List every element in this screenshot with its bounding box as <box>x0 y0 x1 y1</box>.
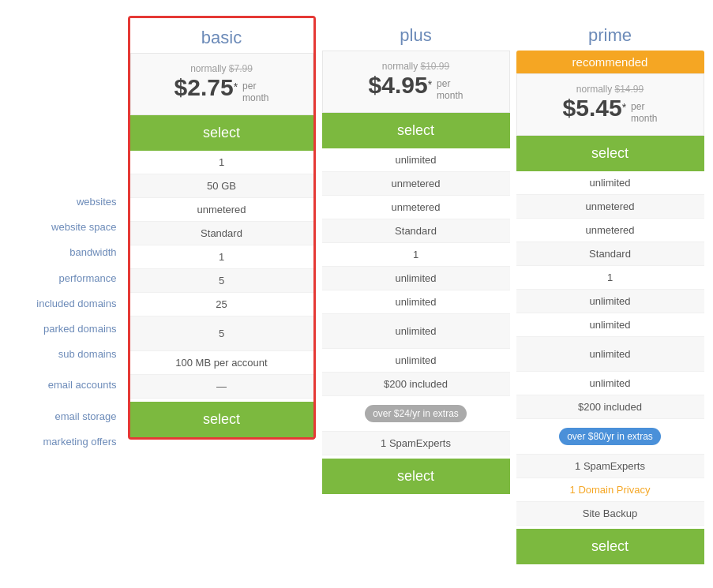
plus-websites: unlimited <box>322 148 510 172</box>
plus-parked-domains: unlimited <box>322 267 510 290</box>
label-websites: websites <box>6 189 117 215</box>
basic-price-box: normally $7.99 $2.75* permonth <box>130 53 313 115</box>
label-bandwidth: bandwidth <box>6 240 117 265</box>
prime-included-domains: 1 <box>516 266 704 290</box>
prime-site-backup: Site Backup <box>516 502 704 526</box>
prime-marketing-offers: $200 included <box>516 395 704 419</box>
label-sub-domains: sub domains <box>6 342 117 367</box>
prime-title: prime <box>516 16 704 51</box>
plus-extras-badge: over $24/yr in extras <box>365 405 467 422</box>
plus-bandwidth: unmetered <box>322 196 510 219</box>
basic-included-domains: 1 <box>130 245 313 269</box>
basic-email-accounts: 5 <box>130 316 313 351</box>
basic-email-storage: 100 MB per account <box>130 351 313 375</box>
plus-performance: Standard <box>322 219 510 243</box>
prime-websites: unlimited <box>516 171 704 195</box>
prime-email-storage: unlimited <box>516 372 704 395</box>
prime-asterisk: * <box>622 101 626 114</box>
prime-price-box: normally $14.99 $5.45* permonth <box>516 73 704 136</box>
plus-asterisk: * <box>428 78 432 91</box>
plus-per-month: permonth <box>437 78 463 103</box>
prime-recommended-badge: recommended <box>516 51 704 73</box>
prime-plan: prime recommended normally $14.99 $5.45*… <box>516 16 704 564</box>
plans-container: websites website space bandwidth perform… <box>8 16 705 564</box>
label-performance: performance <box>6 266 117 291</box>
label-parked-domains: parked domains <box>6 316 117 342</box>
plus-normally: normally $10.99 <box>329 61 503 72</box>
plus-spam-experts: 1 SpamExperts <box>322 432 510 455</box>
prime-parked-domains: unlimited <box>516 290 704 313</box>
basic-plan: basic normally $7.99 $2.75* permonth sel… <box>128 16 316 440</box>
prime-normally: normally $14.99 <box>523 84 697 95</box>
plus-title: plus <box>322 16 510 51</box>
prime-extras-badge: over $80/yr in extras <box>559 428 661 445</box>
label-included-domains: included domains <box>6 291 117 316</box>
prime-original-price: $14.99 <box>615 84 644 95</box>
prime-sub-domains: unlimited <box>516 313 704 337</box>
basic-title: basic <box>130 18 313 53</box>
basic-header: basic normally $7.99 $2.75* permonth sel… <box>130 18 313 151</box>
prime-select-bottom-button[interactable]: select <box>516 529 704 564</box>
basic-websites: 1 <box>130 151 313 174</box>
prime-domain-privacy: 1 Domain Privacy <box>516 478 704 502</box>
prime-per-month: permonth <box>631 101 657 125</box>
prime-price: $5.45 <box>563 95 622 121</box>
plus-email-accounts: unlimited <box>322 314 510 349</box>
prime-select-top-button[interactable]: select <box>516 136 704 171</box>
plus-website-space: unmetered <box>322 172 510 196</box>
prime-extras-badge-cell: over $80/yr in extras <box>516 419 704 455</box>
page-wrapper: websites website space bandwidth perform… <box>0 0 713 580</box>
prime-bandwidth: unmetered <box>516 219 704 242</box>
plus-price: $4.95 <box>369 72 428 98</box>
basic-parked-domains: 5 <box>130 269 313 293</box>
plus-sub-domains: unlimited <box>322 290 510 314</box>
plus-included-domains: 1 <box>322 243 510 267</box>
labels-column: websites website space bandwidth perform… <box>6 16 125 455</box>
prime-performance: Standard <box>516 242 704 266</box>
basic-select-bottom-button[interactable]: select <box>130 402 313 437</box>
basic-asterisk: * <box>234 81 238 93</box>
plus-marketing-offers: $200 included <box>322 373 510 396</box>
prime-spam-experts: 1 SpamExperts <box>516 455 704 478</box>
prime-price-line: $5.45* permonth <box>523 95 697 125</box>
basic-per-month: permonth <box>242 81 268 105</box>
plus-original-price: $10.99 <box>421 61 450 72</box>
plus-price-box: normally $10.99 $4.95* permonth <box>322 51 510 113</box>
basic-bandwidth: unmetered <box>130 198 313 222</box>
label-marketing-offers: marketing offers <box>6 429 117 455</box>
prime-domain-privacy-text: 1 Domain Privacy <box>570 484 651 496</box>
basic-sub-domains: 25 <box>130 293 313 316</box>
plus-price-line: $4.95* permonth <box>329 72 503 103</box>
plus-header: plus normally $10.99 $4.95* permonth sel… <box>322 16 510 148</box>
label-email-storage: email storage <box>6 404 117 429</box>
basic-original-price: $7.99 <box>229 63 253 74</box>
basic-marketing-offers: — <box>130 375 313 399</box>
plus-email-storage: unlimited <box>322 349 510 373</box>
basic-performance: Standard <box>130 222 313 245</box>
prime-email-accounts: unlimited <box>516 337 704 372</box>
plus-select-top-button[interactable]: select <box>322 113 510 148</box>
basic-price-line: $2.75* permonth <box>137 74 306 105</box>
prime-website-space: unmetered <box>516 195 704 219</box>
basic-select-top-button[interactable]: select <box>130 115 313 151</box>
plus-extras-badge-cell: over $24/yr in extras <box>322 396 510 432</box>
label-website-space: website space <box>6 215 117 240</box>
label-email-accounts: email accounts <box>6 367 117 403</box>
basic-website-space: 50 GB <box>130 174 313 198</box>
basic-price: $2.75 <box>174 74 234 100</box>
plus-plan: plus normally $10.99 $4.95* permonth sel… <box>322 16 510 494</box>
plus-select-bottom-button[interactable]: select <box>322 459 510 494</box>
basic-normally: normally $7.99 <box>137 63 306 74</box>
